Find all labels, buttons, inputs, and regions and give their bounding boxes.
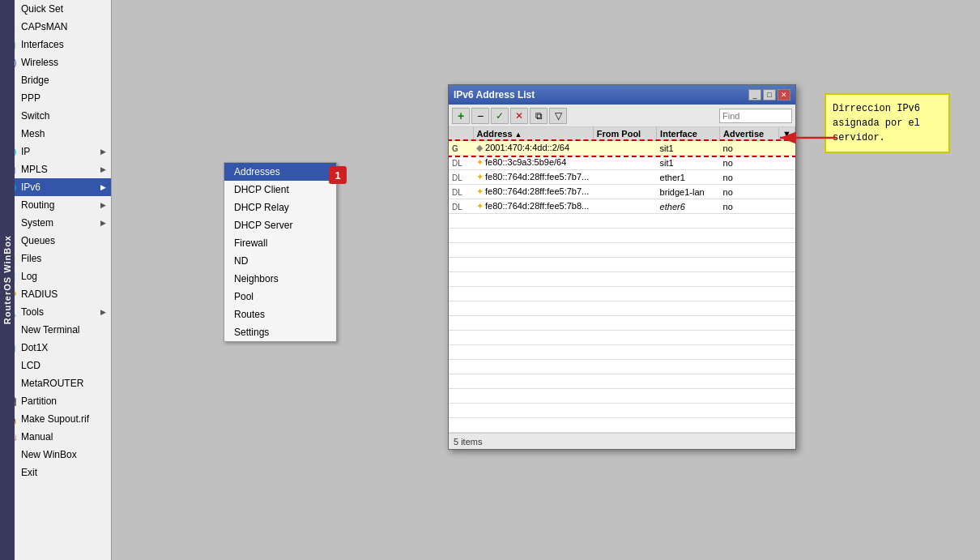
sidebar-item-label: Queues: [21, 235, 106, 246]
col-flags[interactable]: [449, 127, 473, 141]
dropdown-item-dhcp-client[interactable]: DHCP Client: [224, 181, 336, 199]
sidebar-item-ip[interactable]: 🌐 IP ▶: [0, 143, 111, 160]
disable-button[interactable]: ✕: [510, 108, 528, 124]
cell-address: ✦fe80::3c9a3:5b9e/64: [473, 156, 593, 170]
dropdown-item-pool[interactable]: Pool: [224, 288, 336, 306]
sidebar-item-tools[interactable]: 🔧 Tools ▶: [0, 303, 111, 321]
col-advertise[interactable]: Advertise: [720, 127, 779, 141]
dropdown-item-dhcp-server[interactable]: DHCP Server: [224, 216, 336, 234]
dropdown-item-dhcp-relay[interactable]: DHCP Relay: [224, 199, 336, 216]
sidebar-item-label: Quick Set: [21, 3, 106, 15]
window-close-button[interactable]: ✕: [778, 89, 790, 100]
dropdown-item-settings[interactable]: Settings: [224, 323, 336, 341]
sidebar-item-label: Log: [21, 271, 106, 282]
sidebar-item-lcd[interactable]: 🖥 LCD: [0, 357, 111, 374]
cell-flags: DL: [449, 185, 473, 199]
cell-from-pool: [593, 156, 656, 170]
sidebar-item-label: IP: [21, 146, 100, 157]
table-row[interactable]: DL ✦fe80::764d:28ff:fee5:7b8... ether6 n…: [449, 199, 795, 214]
sidebar-item-queues[interactable]: ≡ Queues: [0, 232, 111, 250]
sidebar-item-make-supout[interactable]: 📤 Make Supout.rif: [0, 410, 111, 428]
cell-interface: sit1: [657, 156, 720, 170]
sidebar-item-label: MetaROUTER: [21, 378, 106, 389]
cell-advertise: no: [720, 141, 779, 156]
sidebar-item-manual[interactable]: 📖 Manual: [0, 428, 111, 446]
table-row-empty: [449, 316, 795, 331]
sidebar-item-label: IPv6: [21, 182, 100, 193]
mpls-arrow: ▶: [100, 165, 106, 173]
search-input[interactable]: [719, 109, 792, 123]
sidebar-item-log[interactable]: 📄 Log: [0, 267, 111, 285]
cell-address: ✦fe80::764d:28ff:fee5:7b8...: [473, 199, 593, 214]
window-minimize-button[interactable]: _: [748, 89, 761, 100]
sidebar-item-quick-set[interactable]: ⚙ Quick Set: [0, 0, 111, 18]
add-button[interactable]: +: [452, 108, 470, 124]
cell-interface: ether1: [657, 170, 720, 185]
enable-button[interactable]: ✓: [491, 108, 509, 124]
dropdown-item-routes[interactable]: Routes: [224, 306, 336, 323]
table-row[interactable]: DL ✦fe80::3c9a3:5b9e/64 sit1 no: [449, 156, 795, 170]
sidebar-item-interfaces[interactable]: ▤ Interfaces: [0, 36, 111, 53]
sidebar-item-ppp[interactable]: ⬡ PPP: [0, 89, 111, 107]
window-toolbar: + − ✓ ✕ ⧉ ▽: [449, 105, 795, 127]
cell-flags: DL: [449, 156, 473, 170]
sidebar-item-mesh[interactable]: ⬡ Mesh: [0, 125, 111, 143]
cell-interface: ether6: [657, 199, 720, 214]
dropdown-item-neighbors[interactable]: Neighbors: [224, 270, 336, 288]
sidebar-item-new-winbox[interactable]: 🖥 New WinBox: [0, 446, 111, 464]
dropdown-item-addresses[interactable]: Addresses: [224, 163, 336, 181]
winbox-label: RouterOS WinBox: [0, 0, 15, 560]
cell-advertise: no: [720, 156, 779, 170]
sidebar-item-label: Partition: [21, 395, 106, 407]
sidebar-item-partition[interactable]: 💾 Partition: [0, 392, 111, 410]
cell-flags: DL: [449, 199, 473, 214]
window-controls: _ □ ✕: [748, 89, 790, 100]
sidebar-item-label: Bridge: [21, 75, 106, 86]
col-address[interactable]: Address ▲: [473, 127, 593, 141]
dropdown-item-nd[interactable]: ND: [224, 252, 336, 270]
sidebar-item-label: Dot1X: [21, 342, 106, 353]
sidebar-item-dot1x[interactable]: ▦ Dot1X: [0, 339, 111, 357]
cell-from-pool: [593, 199, 656, 214]
winbox-label-text: RouterOS WinBox: [2, 235, 12, 324]
table-row[interactable]: DL ✦fe80::764d:28ff:fee5:7b7... bridge1-…: [449, 185, 795, 199]
cell-flags: G: [449, 141, 473, 156]
sidebar-item-ipv6[interactable]: 🌐 IPv6 ▶: [0, 178, 111, 196]
remove-button[interactable]: −: [471, 108, 489, 124]
sidebar-item-files[interactable]: 📁 Files: [0, 250, 111, 267]
cell-flags: DL: [449, 170, 473, 185]
cell-extra: [779, 170, 795, 185]
sidebar-item-bridge[interactable]: ⊞ Bridge: [0, 71, 111, 89]
ipv6-arrow: ▶: [100, 183, 106, 191]
ip-arrow: ▶: [100, 147, 106, 156]
col-from-pool[interactable]: From Pool: [593, 127, 656, 141]
dropdown-item-firewall[interactable]: Firewall: [224, 234, 336, 252]
sidebar-item-label: Make Supout.rif: [21, 413, 106, 425]
window-title: IPv6 Address List: [454, 89, 535, 100]
ipv6-dropdown-menu: Addresses DHCP Client DHCP Relay DHCP Se…: [224, 162, 337, 342]
sidebar-item-system[interactable]: ⚙ System ▶: [0, 214, 111, 232]
sidebar-item-capsman[interactable]: ◉ CAPsMAN: [0, 18, 111, 36]
table-row-empty: [449, 345, 795, 360]
sidebar-item-exit[interactable]: ✕ Exit: [0, 464, 111, 481]
main-area: Addresses DHCP Client DHCP Relay DHCP Se…: [112, 0, 980, 560]
sidebar-item-switch[interactable]: ⇄ Switch: [0, 107, 111, 125]
col-interface[interactable]: Interface: [657, 127, 720, 141]
annotation-text: Dirreccion IPv6asignada por elservidor.: [833, 103, 920, 143]
sidebar-item-mpls[interactable]: ▦ MPLS ▶: [0, 160, 111, 178]
sidebar-item-radius[interactable]: 🔑 RADIUS: [0, 285, 111, 303]
window-maximize-button[interactable]: □: [763, 89, 776, 100]
sidebar-item-wireless[interactable]: )))) Wireless: [0, 53, 111, 71]
sidebar: ⚙ Quick Set ◉ CAPsMAN ▤ Interfaces )))) …: [0, 0, 112, 560]
cell-interface: bridge1-lan: [657, 185, 720, 199]
sidebar-item-metarouter[interactable]: ▪ MetaROUTER: [0, 374, 111, 392]
table-row[interactable]: G ◆ 2001:470:4:4dd::2/64 sit1 no: [449, 141, 795, 156]
table-row-empty: [449, 418, 795, 433]
sidebar-item-routing[interactable]: ⊕ Routing ▶: [0, 196, 111, 214]
filter-button[interactable]: ▽: [549, 108, 567, 124]
table-row-empty: [449, 243, 795, 258]
table-row[interactable]: DL ✦fe80::764d:28ff:fee5:7b7... ether1 n…: [449, 170, 795, 185]
copy-button[interactable]: ⧉: [530, 108, 548, 124]
sidebar-item-new-terminal[interactable]: ▶ New Terminal: [0, 321, 111, 339]
table-row-empty: [449, 404, 795, 418]
